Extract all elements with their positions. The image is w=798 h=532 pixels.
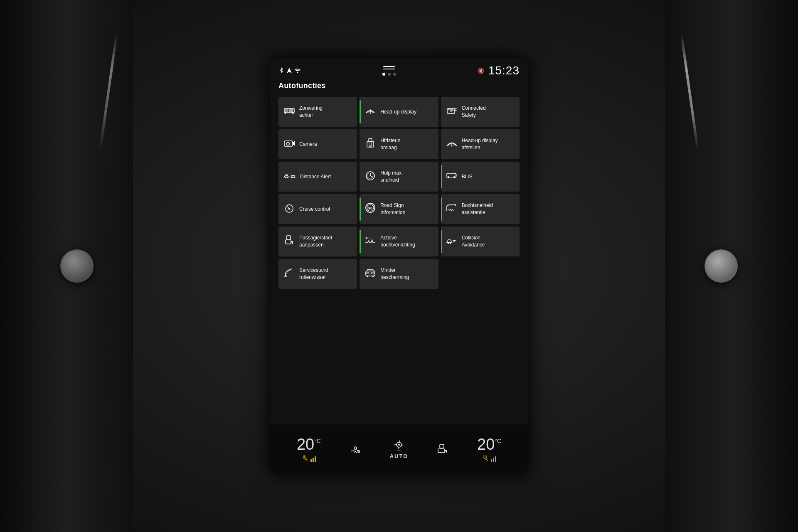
dot-1 <box>382 73 385 76</box>
climate-auto[interactable]: AUTO <box>390 439 409 459</box>
screen-content: Autofuncties <box>270 81 528 424</box>
temp-right[interactable]: 20°C <box>477 436 501 452</box>
signal-icon <box>294 68 301 73</box>
hfdsteun-label: Hfdsteunomlaag <box>380 137 400 151</box>
corner-light-icon <box>365 236 376 247</box>
svg-rect-44 <box>366 271 375 276</box>
menu-item-distance-alert[interactable]: Distance Alert <box>278 162 357 192</box>
svg-point-0 <box>297 72 298 73</box>
hud-label: Head-up display <box>380 108 416 116</box>
hulp-label: Hulp max.snelheid <box>380 170 403 184</box>
hud-adjust-icon <box>446 138 458 150</box>
svg-point-24 <box>291 177 293 178</box>
wiper-icon <box>283 268 295 280</box>
menu-item-head-up-display[interactable]: Head-up display <box>360 97 438 127</box>
svg-point-40 <box>366 237 367 239</box>
collision-label: CollisionAvoidance <box>462 234 485 249</box>
climate-left: 20°C <box>297 436 321 462</box>
main-screen: 🔇 15:23 Autofuncties <box>270 58 528 474</box>
headrest-icon <box>365 138 376 150</box>
svg-point-4 <box>292 112 294 114</box>
svg-point-48 <box>372 276 374 277</box>
menu-item-bochtsnelheid[interactable]: Bochtsnelheidassistentie <box>441 194 520 224</box>
svg-point-13 <box>287 143 290 145</box>
svg-rect-45 <box>367 272 369 274</box>
menu-item-hud-afstellen[interactable]: Head-up displayafstellen <box>441 129 520 159</box>
svg-point-3 <box>285 112 286 114</box>
page-dots <box>382 73 396 76</box>
hud-icon <box>365 106 376 117</box>
menu-icon[interactable] <box>383 66 395 69</box>
speed-icon <box>365 170 376 183</box>
svg-line-18 <box>448 144 449 145</box>
status-center <box>382 66 396 76</box>
minder-label: Minderbescherming <box>380 267 409 281</box>
svg-rect-14 <box>369 138 372 141</box>
menu-item-minder-bescherming[interactable]: Minderbescherming <box>360 259 438 289</box>
seat-heat-icon-left <box>302 455 309 462</box>
menu-item-bochtverlichting[interactable]: Actievebochtverlichting <box>360 227 438 256</box>
cruise-icon <box>283 203 295 215</box>
temp-left[interactable]: 20°C <box>297 436 321 452</box>
distance-icon <box>283 171 296 182</box>
zonwering-icon <box>283 106 295 117</box>
collision-icon <box>446 236 458 247</box>
volume-icon: 🔇 <box>478 68 484 74</box>
menu-item-servicestand[interactable]: Servicestandruitenwisser <box>278 259 357 289</box>
fan-icon-left <box>349 444 362 454</box>
svg-point-22 <box>287 177 288 178</box>
time-display: 15:23 <box>488 64 520 77</box>
blis-icon <box>446 171 458 182</box>
svg-point-20 <box>451 145 452 147</box>
blis-label: BLIS <box>462 173 473 180</box>
bottom-bar: 20°C <box>270 424 528 474</box>
menu-grid: Zonweringachter Head-up display <box>278 97 520 289</box>
connected-label: ConnectedSafety <box>462 105 486 119</box>
svg-point-54 <box>398 444 400 446</box>
corner-speed-icon <box>446 203 458 215</box>
menu-item-connected-safety[interactable]: ConnectedSafety <box>441 97 520 127</box>
svg-rect-39 <box>286 236 291 240</box>
zonwering-label: Zonweringachter <box>299 105 323 119</box>
bluetooth-icon <box>278 67 284 74</box>
svg-point-6 <box>370 113 371 114</box>
auto-label: AUTO <box>390 453 409 459</box>
dot-3 <box>393 73 396 76</box>
menu-line-1 <box>383 66 395 67</box>
menu-item-passagierstoel[interactable]: Passagierstoelaanpassen <box>278 227 357 256</box>
svg-point-25 <box>293 177 295 178</box>
menu-item-cruise-control[interactable]: Cruise control <box>278 194 357 224</box>
svg-point-31 <box>448 176 449 178</box>
climate-fan-left <box>349 444 362 454</box>
svg-point-42 <box>449 242 451 244</box>
fan-center-icon <box>392 439 406 451</box>
servicestand-label: Servicestandruitenwisser <box>299 267 328 281</box>
menu-item-blis[interactable]: BLIS <box>441 162 520 192</box>
svg-line-29 <box>370 176 372 177</box>
connected-icon <box>446 106 458 118</box>
svg-text:90: 90 <box>368 206 372 210</box>
menu-item-hfdsteun-omlaag[interactable]: Hfdsteunomlaag <box>360 129 438 159</box>
seat-heat-icon-right <box>482 455 490 462</box>
svg-point-47 <box>367 276 368 277</box>
road-sign-icon: 90 <box>365 202 376 216</box>
navigation-icon <box>287 68 292 74</box>
svg-line-35 <box>288 207 289 209</box>
bochtverlichting-label: Actievebochtverlichting <box>380 234 415 249</box>
knob-right <box>704 249 738 283</box>
car-interior: 🔇 15:23 Autofuncties <box>0 0 798 532</box>
cruise-label: Cruise control <box>299 206 330 213</box>
hud-afstellen-label: Head-up displayafstellen <box>462 137 498 151</box>
menu-item-camera[interactable]: Camera <box>278 129 357 159</box>
bochtsnelheid-label: Bochtsnelheidassistentie <box>462 202 493 216</box>
car-front-icon <box>365 268 376 280</box>
menu-line-2 <box>383 69 395 69</box>
menu-item-road-sign[interactable]: 90 Road SignInformation <box>360 194 438 224</box>
menu-item-hulp-max-snelheid[interactable]: Hulp max.snelheid <box>360 162 438 192</box>
distance-label: Distance Alert <box>300 173 331 180</box>
menu-item-collision[interactable]: CollisionAvoidance <box>441 227 520 256</box>
svg-point-41 <box>447 242 449 244</box>
menu-item-zonwering-achter[interactable]: Zonweringachter <box>278 97 357 127</box>
svg-line-19 <box>454 144 455 145</box>
dot-2 <box>388 73 391 76</box>
